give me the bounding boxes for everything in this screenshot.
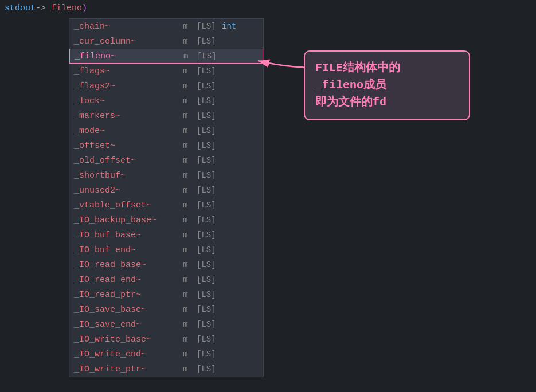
ac-item-source: [LS] (197, 260, 220, 269)
ac-item[interactable]: _IO_read_ptr~m[LS] (69, 287, 263, 302)
ac-item[interactable]: _chain~m[LS]int (69, 19, 263, 34)
ac-item-source: [LS] (197, 141, 220, 150)
ac-item[interactable]: _vtable_offset~m[LS] (69, 198, 263, 213)
ac-item-source: [LS] (197, 305, 220, 314)
ac-item-name: _IO_buf_base~ (74, 230, 183, 240)
ac-item-kind: m (183, 141, 194, 150)
ac-item-name: _IO_read_ptr~ (74, 290, 183, 300)
ac-item[interactable]: _IO_save_base~m[LS] (69, 302, 263, 317)
ac-item[interactable]: _IO_write_ptr~m[LS] (69, 362, 263, 377)
ac-item-source: [LS] (197, 96, 220, 105)
ac-item[interactable]: _unused2~m[LS] (69, 183, 263, 198)
ac-item-name: _mode~ (74, 126, 183, 136)
ac-item[interactable]: _IO_buf_base~m[LS] (69, 228, 263, 242)
ac-item-source: [LS] (197, 111, 220, 120)
ac-item[interactable]: _markers~m[LS] (69, 108, 263, 123)
close-paren: ) (82, 3, 87, 13)
ac-item-source: [LS] (197, 37, 220, 46)
ac-item-kind: m (183, 52, 195, 61)
autocomplete-list[interactable]: _chain~m[LS]int_cur_column~m[LS]_fileno~… (69, 18, 264, 377)
ac-item-name: _IO_backup_base~ (74, 215, 183, 225)
arrow-op: -> (36, 3, 46, 13)
fileno-member: _fileno (46, 3, 82, 13)
ac-item-source: [LS] (197, 230, 220, 240)
ac-item-kind: m (183, 156, 194, 165)
ac-item-source: [LS] (197, 66, 220, 76)
callout-line1: FILE结构体中的 (315, 61, 400, 75)
ac-item[interactable]: _IO_buf_end~m[LS] (69, 242, 263, 257)
ac-item-source: [LS] (197, 186, 220, 195)
ac-item-source: [LS] (197, 22, 220, 31)
ac-item-kind: m (183, 245, 194, 254)
ac-item-name: _IO_read_base~ (74, 260, 183, 270)
ac-item-kind: m (183, 81, 194, 91)
ac-item-kind: m (183, 215, 194, 225)
ac-item[interactable]: _IO_read_base~m[LS] (69, 257, 263, 272)
ac-item-kind: m (183, 111, 194, 120)
ac-item-source: [LS] (197, 52, 220, 61)
ac-item[interactable]: _offset~m[LS] (69, 138, 263, 153)
ac-item-kind: m (183, 96, 194, 105)
ac-item-source: [LS] (197, 201, 220, 210)
ac-item-source: [LS] (197, 364, 220, 374)
ac-item[interactable]: _fileno~m[LS] (69, 49, 263, 64)
callout-box: FILE结构体中的 _fileno成员 即为文件的fd (304, 50, 470, 120)
ac-item-kind: m (183, 171, 194, 180)
ac-item-kind: m (183, 275, 194, 284)
ac-item-name: _lock~ (74, 96, 183, 106)
editor-area: stdout->_fileno) _chain~m[LS]int_cur_col… (0, 0, 536, 392)
ac-item-kind: m (183, 201, 194, 210)
ac-item-name: _flags2~ (74, 81, 183, 91)
ac-item-source: [LS] (197, 81, 220, 91)
ac-item-kind: m (183, 320, 194, 329)
callout-line2: _fileno成员 (315, 79, 386, 92)
ac-item[interactable]: _old_offset~m[LS] (69, 153, 263, 168)
ac-item-name: _shortbuf~ (74, 171, 183, 181)
ac-item-name: _IO_save_base~ (74, 305, 183, 315)
ac-item-source: [LS] (197, 320, 220, 329)
ac-item[interactable]: _cur_column~m[LS] (69, 34, 263, 49)
ac-item-source: [LS] (197, 156, 220, 165)
callout-text: FILE结构体中的 _fileno成员 即为文件的fd (315, 60, 459, 111)
ac-item-kind: m (183, 290, 194, 299)
callout-line3: 即为文件的fd (315, 96, 386, 109)
ac-item[interactable]: _IO_write_end~m[LS] (69, 347, 263, 362)
ac-item-kind: m (183, 260, 194, 269)
stdout-keyword: stdout (5, 3, 36, 13)
ac-item-kind: m (183, 230, 194, 240)
ac-item-name: _IO_write_end~ (74, 350, 183, 359)
ac-item-name: _IO_buf_end~ (74, 245, 183, 255)
ac-item-source: [LS] (197, 126, 220, 135)
ac-item[interactable]: _IO_write_base~m[LS] (69, 332, 263, 347)
ac-item[interactable]: _mode~m[LS] (69, 123, 263, 138)
ac-item[interactable]: _flags~m[LS] (69, 64, 263, 79)
ac-item-kind: m (183, 66, 194, 76)
ac-item-kind: m (183, 186, 194, 195)
ac-item[interactable]: _IO_backup_base~m[LS] (69, 213, 263, 228)
ac-item-name: _chain~ (74, 22, 183, 32)
ac-item[interactable]: _IO_read_end~m[LS] (69, 272, 263, 287)
ac-item-kind: m (183, 350, 194, 359)
ac-item-name: _offset~ (74, 141, 183, 151)
ac-item-name: _old_offset~ (74, 156, 183, 166)
ac-item-kind: m (183, 126, 194, 135)
ac-item-kind: m (183, 335, 194, 344)
ac-item-name: _vtable_offset~ (74, 201, 183, 210)
ac-item[interactable]: _flags2~m[LS] (69, 79, 263, 93)
ac-item-name: _flags~ (74, 66, 183, 76)
ac-item-name: _unused2~ (74, 186, 183, 195)
ac-item-source: [LS] (197, 171, 220, 180)
ac-item-name: _IO_write_base~ (74, 335, 183, 344)
ac-item-source: [LS] (197, 245, 220, 254)
ac-item-source: [LS] (197, 335, 220, 344)
ac-item-kind: m (183, 364, 194, 374)
ac-item[interactable]: _shortbuf~m[LS] (69, 168, 263, 183)
ac-item-kind: m (183, 37, 194, 46)
ac-item-source: [LS] (197, 350, 220, 359)
ac-item-kind: m (183, 305, 194, 314)
top-line: stdout->_fileno) (0, 0, 536, 15)
ac-item-source: [LS] (197, 275, 220, 284)
ac-item[interactable]: _lock~m[LS] (69, 93, 263, 108)
ac-item-name: _IO_save_end~ (74, 320, 183, 330)
ac-item[interactable]: _IO_save_end~m[LS] (69, 317, 263, 332)
